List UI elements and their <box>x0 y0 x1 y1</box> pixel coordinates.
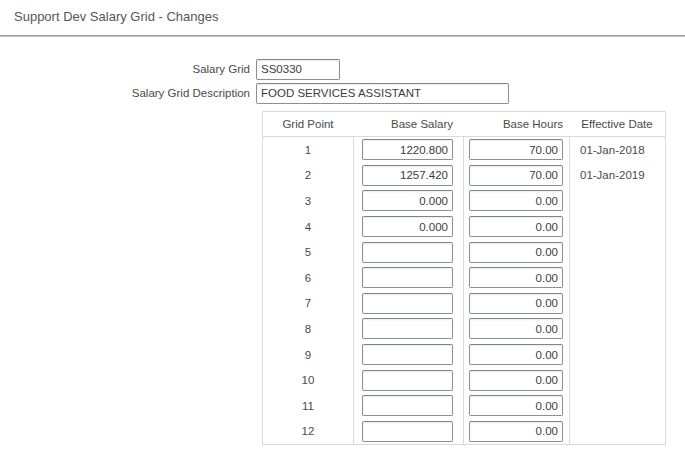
table-row: 11 <box>263 393 665 419</box>
base-hours-cell <box>463 419 569 445</box>
base-hours-cell <box>463 316 569 342</box>
effective-date-label <box>569 419 665 445</box>
base-salary-input[interactable] <box>362 293 453 314</box>
column-header-effective-date: Effective Date <box>569 112 665 136</box>
effective-date-label <box>569 239 665 265</box>
base-hours-cell <box>463 137 569 163</box>
base-salary-input[interactable] <box>362 267 453 288</box>
page-title: Support Dev Salary Grid - Changes <box>14 9 218 24</box>
column-header-grid-point: Grid Point <box>263 112 353 136</box>
base-salary-cell <box>353 367 463 393</box>
base-hours-input[interactable] <box>469 216 563 237</box>
base-hours-input[interactable] <box>469 370 563 391</box>
base-salary-input[interactable] <box>362 344 453 365</box>
salary-grid-description-field-row: Salary Grid Description <box>0 82 509 104</box>
base-salary-input[interactable] <box>362 395 453 416</box>
base-hours-input[interactable] <box>469 267 563 288</box>
base-salary-cell <box>353 188 463 214</box>
effective-date-label <box>569 316 665 342</box>
effective-date-label <box>569 265 665 291</box>
grid-point-label: 9 <box>263 342 353 368</box>
salary-grid-description-label: Salary Grid Description <box>0 87 256 99</box>
base-hours-cell <box>463 367 569 393</box>
salary-grid-field-row: Salary Grid <box>0 58 340 80</box>
base-salary-input[interactable] <box>362 421 453 442</box>
page: Support Dev Salary Grid - Changes Salary… <box>0 0 685 452</box>
effective-date-label <box>569 214 665 240</box>
grid-point-label: 11 <box>263 393 353 419</box>
table-row: 6 <box>263 265 665 291</box>
effective-date-label <box>569 342 665 368</box>
base-salary-cell <box>353 214 463 240</box>
base-hours-input[interactable] <box>469 318 563 339</box>
base-hours-cell <box>463 188 569 214</box>
base-salary-input[interactable] <box>362 318 453 339</box>
effective-date-label <box>569 188 665 214</box>
base-salary-cell <box>353 163 463 189</box>
table-row: 7 <box>263 291 665 317</box>
base-hours-input[interactable] <box>469 395 563 416</box>
base-salary-cell <box>353 239 463 265</box>
effective-date-label <box>569 393 665 419</box>
grid-point-label: 2 <box>263 163 353 189</box>
base-salary-input[interactable] <box>362 139 453 160</box>
base-hours-cell <box>463 265 569 291</box>
base-salary-input[interactable] <box>362 165 453 186</box>
base-salary-cell <box>353 265 463 291</box>
base-salary-input[interactable] <box>362 190 453 211</box>
base-hours-input[interactable] <box>469 165 563 186</box>
table-row: 5 <box>263 239 665 265</box>
effective-date-label: 01-Jan-2019 <box>569 163 665 189</box>
table-row: 9 <box>263 342 665 368</box>
salary-grid-table: Grid Point Base Salary Base Hours Effect… <box>262 111 666 445</box>
base-salary-cell <box>353 393 463 419</box>
table-row: 4 <box>263 214 665 240</box>
column-header-base-salary: Base Salary <box>353 112 463 136</box>
base-hours-cell <box>463 291 569 317</box>
salary-grid-input[interactable] <box>256 59 340 80</box>
grid-point-label: 12 <box>263 419 353 445</box>
table-header-row: Grid Point Base Salary Base Hours Effect… <box>263 112 665 137</box>
base-hours-input[interactable] <box>469 344 563 365</box>
column-header-base-hours: Base Hours <box>463 112 569 136</box>
grid-point-label: 10 <box>263 367 353 393</box>
base-hours-input[interactable] <box>469 139 563 160</box>
table-row: 3 <box>263 188 665 214</box>
grid-point-label: 1 <box>263 137 353 163</box>
effective-date-label: 01-Jan-2018 <box>569 137 665 163</box>
base-hours-input[interactable] <box>469 242 563 263</box>
salary-grid-description-input[interactable] <box>256 83 509 104</box>
base-salary-cell <box>353 342 463 368</box>
table-row: 2 01-Jan-2019 <box>263 163 665 189</box>
table-row: 12 <box>263 419 665 445</box>
grid-point-label: 7 <box>263 291 353 317</box>
base-salary-cell <box>353 137 463 163</box>
table-row: 10 <box>263 367 665 393</box>
base-salary-input[interactable] <box>362 370 453 391</box>
base-hours-cell <box>463 214 569 240</box>
salary-grid-label: Salary Grid <box>0 63 256 75</box>
grid-point-label: 3 <box>263 188 353 214</box>
base-hours-cell <box>463 163 569 189</box>
effective-date-label <box>569 367 665 393</box>
base-hours-input[interactable] <box>469 421 563 442</box>
base-salary-cell <box>353 291 463 317</box>
table-row: 8 <box>263 316 665 342</box>
base-salary-input[interactable] <box>362 242 453 263</box>
grid-point-label: 8 <box>263 316 353 342</box>
grid-point-label: 5 <box>263 239 353 265</box>
table-body: 1 01-Jan-2018 2 01-Jan-2019 3 4 <box>263 137 665 444</box>
base-salary-cell <box>353 316 463 342</box>
base-hours-input[interactable] <box>469 190 563 211</box>
base-hours-cell <box>463 393 569 419</box>
base-hours-cell <box>463 342 569 368</box>
base-salary-cell <box>353 419 463 445</box>
effective-date-label <box>569 291 665 317</box>
base-hours-input[interactable] <box>469 293 563 314</box>
title-divider <box>0 35 685 37</box>
base-hours-cell <box>463 239 569 265</box>
grid-point-label: 6 <box>263 265 353 291</box>
base-salary-input[interactable] <box>362 216 453 237</box>
grid-point-label: 4 <box>263 214 353 240</box>
table-row: 1 01-Jan-2018 <box>263 137 665 163</box>
